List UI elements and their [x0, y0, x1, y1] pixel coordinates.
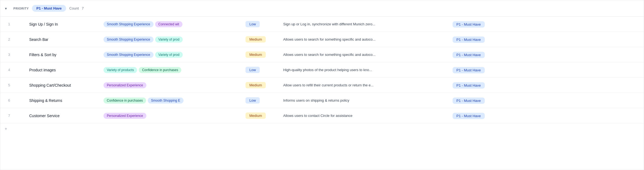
row-priority: Medium — [243, 36, 279, 42]
row-number: 1 — [0, 22, 11, 26]
row-number: 6 — [0, 98, 11, 102]
table-row: 5Shopping Cart/CheckoutPersonalized Expe… — [0, 78, 644, 93]
row-number: 5 — [0, 83, 11, 87]
table-row: 4Product imagesVariety of productsConfid… — [0, 62, 644, 78]
table-row: 6Shipping & ReturnsConfidence in purchas… — [0, 93, 644, 108]
add-icon[interactable]: + — [5, 126, 7, 131]
table-row: 3Filters & Sort bySmooth Shopping Experi… — [0, 47, 644, 62]
priority-label[interactable]: Medium — [246, 51, 266, 58]
priority-label[interactable]: Medium — [246, 36, 266, 42]
tag-purple[interactable]: Personalized Experience — [104, 82, 146, 88]
row-tags: Smooth Shopping ExperienceVariety of pro… — [101, 52, 243, 58]
row-priority-badge: P1 - Must Have — [448, 83, 503, 87]
row-description: Allows users to search for something spe… — [279, 37, 448, 41]
tag-green[interactable]: Confidence in purchases — [104, 98, 146, 104]
tag-blue[interactable]: Smooth Shopping Experience — [104, 52, 153, 58]
row-description: High-quality photos of the product helpi… — [279, 68, 448, 72]
row-name: Sign Up / Sign In — [25, 22, 101, 26]
row-name: Shopping Cart/Checkout — [25, 83, 101, 87]
tag-blue[interactable]: Smooth Shopping E — [148, 98, 184, 104]
row-description: Sign up or Log in, synchronize with diff… — [279, 22, 448, 26]
priority-badge-value[interactable]: P1 - Must Have — [453, 113, 485, 119]
row-description: Allows users to search for something spe… — [279, 53, 448, 57]
tag-green[interactable]: Confidence in purchases — [139, 67, 181, 73]
row-priority-badge: P1 - Must Have — [448, 98, 503, 103]
priority-badge-value[interactable]: P1 - Must Have — [453, 52, 485, 58]
row-priority: Medium — [243, 82, 279, 88]
tag-teal[interactable]: Variety of products — [104, 67, 137, 73]
priority-label[interactable]: Low — [246, 67, 260, 73]
row-description: Allow users to refill their current prod… — [279, 83, 448, 87]
header-row: ▾ PRIORITY P1 - Must Have Count 7 — [0, 0, 644, 17]
row-number: 3 — [0, 53, 11, 57]
add-row: + — [0, 123, 644, 134]
table-row: 1Sign Up / Sign InSmooth Shopping Experi… — [0, 17, 644, 32]
row-name: Shipping & Returns — [25, 98, 101, 103]
count-value: 7 — [82, 6, 84, 10]
row-name: Filters & Sort by — [25, 53, 101, 57]
priority-label[interactable]: Medium — [246, 113, 266, 119]
row-tags: Personalized Experience — [101, 82, 243, 88]
tag-purple[interactable]: Personalized Experience — [104, 113, 146, 119]
row-tags: Variety of productsConfidence in purchas… — [101, 67, 243, 73]
row-priority: Low — [243, 97, 279, 104]
row-name: Customer Service — [25, 114, 101, 118]
header-priority-section: PRIORITY P1 - Must Have Count 7 — [11, 5, 644, 12]
row-priority-badge: P1 - Must Have — [448, 114, 503, 118]
row-number: 7 — [0, 114, 11, 118]
priority-column-label: PRIORITY — [13, 7, 29, 10]
expand-col-header: ▾ — [0, 6, 11, 11]
table-row: 7Customer ServicePersonalized Experience… — [0, 108, 644, 123]
row-tags: Smooth Shopping ExperienceConnected wit — [101, 21, 243, 27]
priority-label[interactable]: Low — [246, 21, 260, 27]
main-table: ▾ PRIORITY P1 - Must Have Count 7 1Sign … — [0, 0, 644, 170]
tag-blue[interactable]: Smooth Shopping Experience — [104, 37, 153, 42]
row-priority-badge: P1 - Must Have — [448, 68, 503, 72]
row-priority: Low — [243, 21, 279, 27]
row-number: 2 — [0, 37, 11, 41]
row-description: Allows users to contact Circle for assis… — [279, 114, 448, 118]
priority-badge-value[interactable]: P1 - Must Have — [453, 98, 485, 104]
tag-purple[interactable]: Connected wit — [155, 21, 182, 27]
tag-teal[interactable]: Variety of prod — [155, 52, 183, 58]
row-priority: Medium — [243, 113, 279, 119]
rows-container: 1Sign Up / Sign InSmooth Shopping Experi… — [0, 17, 644, 123]
row-priority: Medium — [243, 51, 279, 58]
tag-teal[interactable]: Variety of prod — [155, 37, 183, 42]
row-priority: Low — [243, 67, 279, 73]
priority-badge-value[interactable]: P1 - Must Have — [453, 21, 485, 28]
tag-blue[interactable]: Smooth Shopping Experience — [104, 21, 153, 27]
row-priority-badge: P1 - Must Have — [448, 22, 503, 26]
priority-header-badge[interactable]: P1 - Must Have — [32, 5, 66, 12]
row-priority-badge: P1 - Must Have — [448, 53, 503, 57]
priority-label[interactable]: Low — [246, 97, 260, 104]
priority-badge-value[interactable]: P1 - Must Have — [453, 67, 485, 73]
count-label: Count 7 — [69, 6, 84, 10]
row-tags: Personalized Experience — [101, 113, 243, 119]
count-text: Count — [69, 6, 79, 10]
row-priority-badge: P1 - Must Have — [448, 37, 503, 42]
row-tags: Smooth Shopping ExperienceVariety of pro… — [101, 37, 243, 42]
row-name: Search Bar — [25, 37, 101, 42]
row-description: Informs users on shipping & returns poli… — [279, 98, 448, 102]
table-row: 2Search BarSmooth Shopping ExperienceVar… — [0, 32, 644, 47]
row-tags: Confidence in purchasesSmooth Shopping E — [101, 98, 243, 104]
expand-chevron-icon[interactable]: ▾ — [5, 6, 7, 11]
priority-label[interactable]: Medium — [246, 82, 266, 88]
row-number: 4 — [0, 68, 11, 72]
priority-badge-value[interactable]: P1 - Must Have — [453, 82, 485, 89]
row-name: Product images — [25, 68, 101, 72]
priority-badge-value[interactable]: P1 - Must Have — [453, 37, 485, 43]
